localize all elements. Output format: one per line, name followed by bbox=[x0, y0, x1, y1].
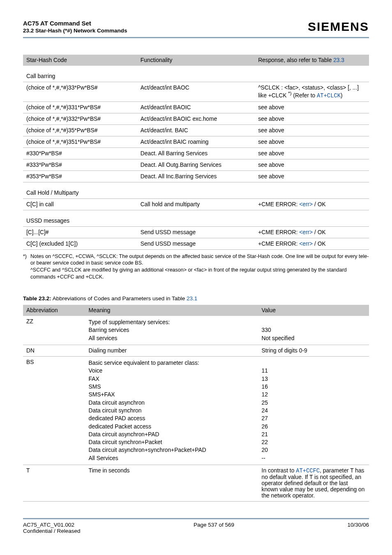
err-link[interactable]: <err> bbox=[299, 201, 313, 207]
cell-meaning: Dialing number bbox=[85, 345, 258, 357]
col-response: Response, also refer to Table 23.3 bbox=[255, 55, 369, 66]
col-value: Value bbox=[258, 305, 369, 316]
table-row: BS Basic service equivalent to parameter… bbox=[23, 357, 369, 465]
cell-code: (choice of *,#,*#)351*Pw*BS# bbox=[23, 136, 137, 147]
resp-pre: +CME ERROR: bbox=[258, 241, 299, 247]
section-row: USSD messages bbox=[23, 210, 369, 226]
cell-func: Act/deact/int BAIC roaming bbox=[137, 136, 255, 147]
table2-caption-rest: Abbreviations of Codes and Parameters us… bbox=[51, 295, 187, 302]
table2-caption-link[interactable]: 23.1 bbox=[187, 295, 197, 302]
cell-func: Send USSD message bbox=[137, 226, 255, 238]
table-row: #330*Pw*BS# Deact. All Barring Services … bbox=[23, 147, 369, 159]
response-table-link[interactable]: 23.3 bbox=[333, 57, 344, 63]
cell-func: Deact. All Inc.Barring Services bbox=[137, 170, 255, 182]
cell-meaning: Type of supplementary services: Barring … bbox=[85, 316, 258, 345]
cell-resp: see above bbox=[255, 147, 369, 159]
cell-abbr: T bbox=[23, 465, 85, 502]
header-rule bbox=[23, 37, 369, 38]
abbrev-table: Abbreviation Meaning Value ZZ Type of su… bbox=[23, 305, 369, 502]
resp-sup: *) bbox=[288, 91, 291, 96]
page-header: AC75 AT Command Set 23.2 Star-Hash (*#) … bbox=[23, 20, 369, 34]
resp-post: ) bbox=[341, 92, 343, 99]
cell-func: Deact. All Barring Services bbox=[137, 147, 255, 159]
footnote-marker: *) bbox=[23, 253, 30, 281]
footer-left: AC75_ATC_V01.002 Confidential / Released bbox=[23, 522, 81, 534]
cell-resp: see above bbox=[255, 136, 369, 147]
brand-logo: SIEMENS bbox=[308, 20, 369, 34]
table-row: [C]...[C]# Send USSD message +CME ERROR:… bbox=[23, 226, 369, 238]
cell-func: Act/deact/int BAOIC exc.home bbox=[137, 113, 255, 124]
cell-func: Act/deact/int BAOC bbox=[137, 82, 255, 102]
table-row: #333*Pw*BS# Deact. All Outg.Barring Serv… bbox=[23, 159, 369, 170]
cell-code: (choice of *,#,*#)332*Pw*BS# bbox=[23, 113, 137, 124]
section-title: Call barring bbox=[23, 66, 369, 82]
table-header-row: Star-Hash Code Functionality Response, a… bbox=[23, 55, 369, 66]
table-row: (choice of *,#,*#)35*Pw*BS# Act/deact/in… bbox=[23, 124, 369, 136]
footer-page-number: Page 537 of 569 bbox=[194, 522, 234, 534]
table2-caption: Table 23.2: Abbreviations of Codes and P… bbox=[23, 295, 369, 302]
cell-code: (choice of *,#,*#)35*Pw*BS# bbox=[23, 124, 137, 136]
resp-mid: (Refer to bbox=[292, 92, 317, 99]
col-star-hash-code: Star-Hash Code bbox=[23, 55, 137, 66]
cell-code: #330*Pw*BS# bbox=[23, 147, 137, 159]
table-row: (choice of *,#,*#)351*Pw*BS# Act/deact/i… bbox=[23, 136, 369, 147]
cell-code: C[C] in call bbox=[23, 198, 137, 210]
doc-title: AC75 AT Command Set bbox=[23, 20, 127, 27]
cell-code: #353*Pw*BS# bbox=[23, 170, 137, 182]
cell-abbr: DN bbox=[23, 345, 85, 357]
err-link[interactable]: <err> bbox=[299, 229, 313, 235]
table-row: C[C] in call Call hold and multiparty +C… bbox=[23, 198, 369, 210]
resp-pre: +CME ERROR: bbox=[258, 229, 299, 235]
cell-func: Call hold and multiparty bbox=[137, 198, 255, 210]
cell-code: C[C] (excluded 1[C]) bbox=[23, 238, 137, 249]
value-pre: In contrast to bbox=[262, 467, 296, 474]
col-abbrev: Abbreviation bbox=[23, 305, 85, 316]
table-row: T Time in seconds In contrast to AT+CCFC… bbox=[23, 465, 369, 502]
cell-value: 330 Not specified bbox=[258, 316, 369, 345]
cell-value: 11 13 16 12 25 24 27 26 21 22 20 -- bbox=[258, 357, 369, 465]
cell-func: Act/deact/int. BAIC bbox=[137, 124, 255, 136]
cell-func: Send USSD message bbox=[137, 238, 255, 249]
col-functionality: Functionality bbox=[137, 55, 255, 66]
col-meaning: Meaning bbox=[85, 305, 258, 316]
star-hash-table: Star-Hash Code Functionality Response, a… bbox=[23, 55, 369, 250]
cell-code: [C]...[C]# bbox=[23, 226, 137, 238]
footer-confidentiality: Confidential / Released bbox=[23, 528, 81, 534]
table-row: ZZ Type of supplementary services: Barri… bbox=[23, 316, 369, 345]
at-clck-link[interactable]: AT+CLCK bbox=[317, 93, 341, 99]
section-title: Call Hold / Multiparty bbox=[23, 182, 369, 198]
cell-abbr: ZZ bbox=[23, 316, 85, 345]
cell-resp: +CME ERROR: <err> / OK bbox=[255, 226, 369, 238]
cell-meaning: Basic service equivalent to parameter cl… bbox=[85, 357, 258, 465]
cell-value: In contrast to AT+CCFC, parameter T has … bbox=[258, 465, 369, 502]
cell-func: Act/deact/int BAOIC bbox=[137, 101, 255, 113]
cell-resp: see above bbox=[255, 170, 369, 182]
table-header-row: Abbreviation Meaning Value bbox=[23, 305, 369, 316]
cell-func: Deact. All Outg.Barring Services bbox=[137, 159, 255, 170]
resp-post: / OK bbox=[313, 201, 325, 207]
err-link[interactable]: <err> bbox=[299, 241, 313, 247]
cell-value: String of digits 0-9 bbox=[258, 345, 369, 357]
table-row: (choice of *,#,*#)331*Pw*BS# Act/deact/i… bbox=[23, 101, 369, 113]
footer-date: 10/30/06 bbox=[347, 522, 369, 534]
table-row: C[C] (excluded 1[C]) Send USSD message +… bbox=[23, 238, 369, 249]
at-ccfc-link[interactable]: AT+CCFC bbox=[296, 468, 320, 474]
table-row: (choice of *,#,*#)332*Pw*BS# Act/deact/i… bbox=[23, 113, 369, 124]
cell-resp: see above bbox=[255, 159, 369, 170]
doc-section: 23.2 Star-Hash (*#) Network Commands bbox=[23, 28, 127, 34]
footer-rule bbox=[23, 518, 369, 519]
resp-pre: +CME ERROR: bbox=[258, 201, 299, 207]
cell-code: #333*Pw*BS# bbox=[23, 159, 137, 170]
cell-resp: ^SCLCK : <fac>, <status>, <class> [, ...… bbox=[255, 82, 369, 102]
section-row: Call Hold / Multiparty bbox=[23, 182, 369, 198]
resp-post: / OK bbox=[313, 241, 325, 247]
table-row: #353*Pw*BS# Deact. All Inc.Barring Servi… bbox=[23, 170, 369, 182]
cell-resp: +CME ERROR: <err> / OK bbox=[255, 198, 369, 210]
footnote-body: Notes on ^SCCFC, +CCWA, ^SCLCK: The outp… bbox=[30, 253, 369, 281]
col-response-label: Response, also refer to Table bbox=[258, 57, 333, 63]
cell-code: (choice of *,#,*#)331*Pw*BS# bbox=[23, 101, 137, 113]
table-row: DN Dialing number String of digits 0-9 bbox=[23, 345, 369, 357]
page-footer: AC75_ATC_V01.002 Confidential / Released… bbox=[23, 522, 369, 534]
resp-post: / OK bbox=[313, 229, 325, 235]
cell-code: (choice of *,#,*#)33*Pw*BS# bbox=[23, 82, 137, 102]
